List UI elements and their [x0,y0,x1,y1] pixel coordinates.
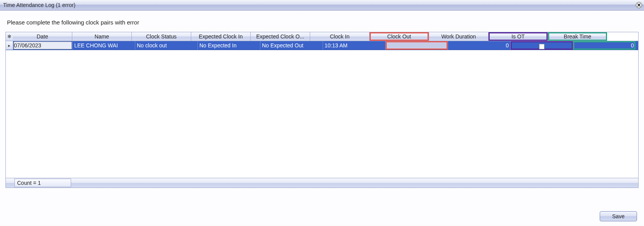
cell-expected-clock-in: No Expected In [198,41,260,50]
col-is-ot[interactable]: Is OT [489,32,548,41]
titlebar: Time Attendance Log (1 error) [0,0,644,10]
col-expected-clock-out[interactable]: Expected Clock O... [251,32,310,41]
grid-header: ✻ Date Name Clock Status Expected Clock … [6,32,638,41]
cell-clock-in[interactable]: 10:13 AM [323,41,386,50]
col-clock-out[interactable]: Clock Out [370,32,429,41]
grid-footer: Count = 1 [6,178,638,188]
cell-clock-out[interactable] [386,41,448,50]
col-name[interactable]: Name [72,32,132,41]
attendance-grid: ✻ Date Name Clock Status Expected Clock … [5,32,639,188]
cell-work-duration: 0 [448,41,511,50]
button-bar: Save [600,211,637,221]
cell-expected-clock-out: No Expected Out [260,41,323,50]
row-indicator: ▸ [6,41,13,50]
col-expected-clock-in[interactable]: Expected Clock In [191,32,251,41]
col-break-time[interactable]: Break Time [548,32,607,41]
col-date[interactable]: Date [13,32,72,41]
col-clock-in[interactable]: Clock In [310,32,370,41]
save-button[interactable]: Save [600,211,637,221]
grid-count: Count = 1 [14,179,71,187]
grid-selector-header[interactable]: ✻ [6,32,13,41]
cell-name[interactable]: LEE CHONG WAI [73,41,135,50]
is-ot-checkbox[interactable] [539,44,545,49]
close-button[interactable] [635,1,643,9]
cell-date[interactable]: 07/06/2023 [14,42,72,49]
cell-clock-status: No clock out [135,41,198,50]
cell-break-time[interactable]: 0 [573,41,635,50]
window-title: Time Attendance Log (1 error) [3,2,75,8]
col-clock-status[interactable]: Clock Status [132,32,191,41]
close-icon [635,2,642,9]
instruction-text: Please complete the following clock pair… [0,10,644,30]
cell-is-ot[interactable] [511,41,573,50]
table-row[interactable]: ▸ 07/06/2023 LEE CHONG WAI No clock out … [6,41,638,50]
col-work-duration[interactable]: Work Duration [429,32,489,41]
